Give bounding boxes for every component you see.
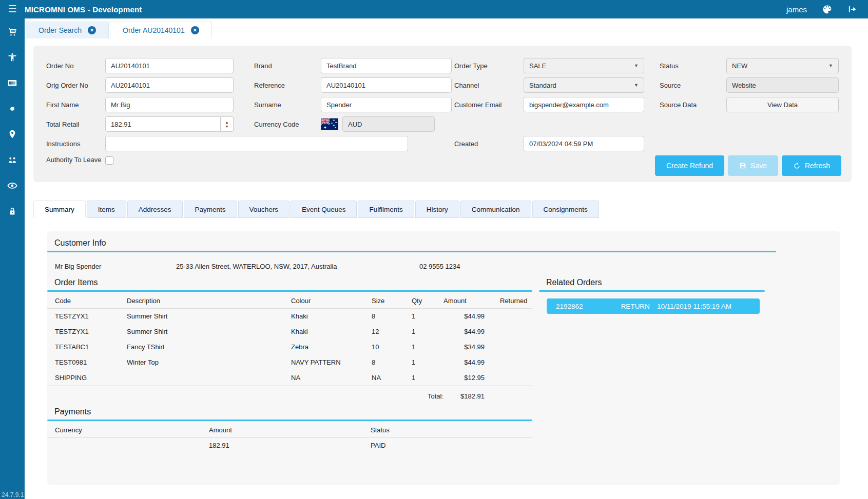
order-no-label: Order No bbox=[46, 62, 105, 70]
payments-header-row: Currency Amount Status bbox=[47, 422, 532, 438]
tab-order-detail-label: Order AU20140101 bbox=[123, 26, 185, 34]
tab-event-queues[interactable]: Event Queues bbox=[291, 201, 357, 218]
section-divider bbox=[539, 290, 765, 292]
app-title: MICROMNI OMS - Development bbox=[25, 5, 142, 14]
stepper-up-icon[interactable]: ▲ bbox=[225, 121, 229, 124]
orders-cart-icon[interactable] bbox=[0, 19, 25, 45]
related-order-date: 10/11/2019 11:55:19 AM bbox=[657, 303, 731, 310]
brand-label: Brand bbox=[254, 62, 321, 70]
surname-input[interactable] bbox=[321, 97, 452, 112]
customer-email-label: Customer Email bbox=[454, 101, 524, 109]
status-label: Status bbox=[660, 62, 726, 70]
save-button[interactable]: Save bbox=[728, 155, 778, 176]
tab-order-detail[interactable]: Order AU20140101 ✕ bbox=[110, 22, 212, 38]
save-floppy-icon bbox=[739, 162, 746, 169]
tab-fulfilments[interactable]: Fulfilments bbox=[358, 201, 414, 218]
section-divider bbox=[47, 420, 532, 421]
close-tab-icon[interactable]: ✕ bbox=[191, 26, 199, 34]
logged-in-user: james bbox=[786, 5, 807, 14]
instructions-input[interactable] bbox=[105, 136, 408, 151]
customer-info-row: Mr Big Spender 25-33 Allen Street, WATER… bbox=[47, 260, 840, 273]
tab-addresses[interactable]: Addresses bbox=[127, 201, 183, 218]
summary-tab-content: Customer Info Mr Big Spender 25-33 Allen… bbox=[33, 231, 853, 499]
first-name-label: First Name bbox=[46, 101, 105, 109]
logout-icon[interactable] bbox=[847, 5, 857, 14]
order-item-row: TESTZYX1 Summer Shirt Khaki 12 1 $44.99 bbox=[47, 324, 532, 340]
payments-table: Currency Amount Status 182.91 PAID bbox=[47, 422, 532, 453]
accessibility-person-icon[interactable] bbox=[0, 45, 25, 70]
channel-select[interactable]: Standard▼ bbox=[524, 77, 644, 93]
close-tab-icon[interactable]: ✕ bbox=[88, 26, 96, 34]
view-data-button[interactable]: View Data bbox=[726, 97, 839, 112]
number-stepper[interactable]: ▲ ▼ bbox=[221, 116, 234, 132]
total-retail-input[interactable] bbox=[105, 116, 221, 132]
create-refund-button[interactable]: Create Refund bbox=[655, 155, 724, 176]
customers-people-icon[interactable] bbox=[0, 147, 25, 173]
chevron-down-icon: ▼ bbox=[828, 63, 833, 68]
chevron-down-icon: ▼ bbox=[634, 83, 639, 88]
first-name-input[interactable] bbox=[105, 97, 234, 112]
related-order-type: RETURN bbox=[621, 303, 650, 310]
payments-title: Payments bbox=[47, 407, 532, 416]
order-item-row: TESTZYX1 Summer Shirt Khaki 8 1 $44.99 bbox=[47, 309, 532, 324]
customer-info-title: Customer Info bbox=[47, 238, 840, 248]
theme-palette-icon[interactable] bbox=[822, 5, 832, 14]
source-data-label: Source Data bbox=[660, 101, 726, 109]
tab-consignments[interactable]: Consignments bbox=[532, 201, 599, 218]
payments-section: Payments Currency Amount Status bbox=[47, 407, 532, 453]
topbar-right: james bbox=[786, 5, 868, 14]
brand-input[interactable] bbox=[321, 58, 452, 73]
summary-panel: Customer Info Mr Big Spender 25-33 Allen… bbox=[47, 231, 840, 485]
authority-to-leave-checkbox[interactable] bbox=[105, 156, 113, 165]
status-select[interactable]: NEW▼ bbox=[726, 58, 839, 73]
reference-label: Reference bbox=[254, 81, 321, 90]
tab-vouchers[interactable]: Vouchers bbox=[238, 201, 290, 218]
tab-communication[interactable]: Communication bbox=[460, 201, 531, 218]
main-area: Order Search ✕ Order AU20140101 ✕ Order … bbox=[25, 18, 868, 499]
created-label: Created bbox=[454, 139, 524, 148]
order-type-select[interactable]: SALE▼ bbox=[524, 58, 644, 73]
instructions-label: Instructions bbox=[46, 139, 105, 148]
currency-code-input bbox=[342, 116, 435, 132]
order-item-row: SHIPPING NA NA 1 $12.95 bbox=[47, 370, 532, 386]
app-version: 24.7.9.1 bbox=[2, 491, 24, 498]
window-tabs: Order Search ✕ Order AU20140101 ✕ bbox=[25, 18, 868, 38]
authority-to-leave-label: Authority To Leave bbox=[46, 155, 105, 164]
security-lock-icon[interactable] bbox=[0, 198, 25, 224]
tab-payments[interactable]: Payments bbox=[184, 201, 237, 218]
stepper-down-icon[interactable]: ▼ bbox=[225, 125, 229, 128]
order-items-section: Order Items Code Description Colour Size bbox=[47, 278, 532, 400]
related-order-row[interactable]: 2192862 RETURN 10/11/2019 11:55:19 AM bbox=[547, 298, 760, 314]
total-value: $182.91 bbox=[443, 392, 485, 400]
tab-summary[interactable]: Summary bbox=[33, 201, 86, 218]
customer-email-input[interactable] bbox=[524, 97, 644, 112]
location-pin-icon[interactable] bbox=[0, 122, 25, 147]
orig-order-no-input[interactable] bbox=[105, 77, 234, 93]
customer-phone: 02 9555 1234 bbox=[419, 263, 840, 270]
reference-input[interactable] bbox=[321, 77, 452, 93]
refresh-button[interactable]: Refresh bbox=[782, 155, 841, 176]
section-divider bbox=[47, 251, 776, 252]
status-dot-icon[interactable] bbox=[0, 96, 25, 122]
order-items-table: Code Description Colour Size Qty Amount … bbox=[47, 293, 532, 386]
order-no-input[interactable] bbox=[105, 58, 234, 73]
refresh-icon bbox=[793, 162, 801, 170]
surname-label: Surname bbox=[254, 101, 321, 109]
watch-eye-icon[interactable] bbox=[0, 173, 25, 198]
tab-order-search[interactable]: Order Search ✕ bbox=[26, 22, 109, 38]
order-item-row: TESTABC1 Fancy TShirt Zebra 10 1 $34.99 bbox=[47, 340, 532, 355]
total-retail-label: Total Retail bbox=[46, 120, 105, 129]
tab-items[interactable]: Items bbox=[87, 201, 126, 218]
created-input[interactable] bbox=[524, 136, 644, 151]
hamburger-menu-icon[interactable]: ☰ bbox=[0, 0, 25, 18]
tab-history[interactable]: History bbox=[415, 201, 459, 218]
chevron-down-icon: ▼ bbox=[634, 63, 639, 68]
barcode-icon[interactable] bbox=[0, 70, 25, 96]
order-items-header-row: Code Description Colour Size Qty Amount … bbox=[47, 293, 532, 309]
australia-flag-icon bbox=[321, 118, 338, 130]
order-form-panel: Order No Brand Order Type SALE▼ Status N… bbox=[33, 46, 852, 182]
section-divider bbox=[47, 290, 532, 292]
payment-row: 182.91 PAID bbox=[47, 438, 532, 453]
customer-name: Mr Big Spender bbox=[55, 263, 176, 270]
source-label: Source bbox=[660, 81, 726, 90]
